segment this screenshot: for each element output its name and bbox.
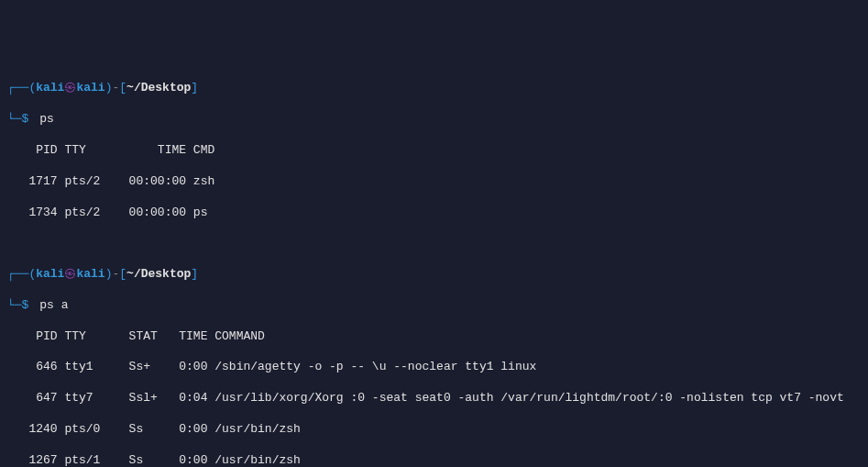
ps-header-2: PID TTY STAT TIME COMMAND (7, 329, 861, 345)
command-1: ps (39, 112, 54, 126)
ps-row: 646 tty1 Ss+ 0:00 /sbin/agetty -o -p -- … (7, 360, 861, 375)
terminal-content[interactable]: ┌──(kali㉿kali)-[~/Desktop] └─$ ps PID TT… (7, 66, 861, 467)
prompt-1-line1: ┌──(kali㉿kali)-[~/Desktop] (7, 81, 861, 96)
ps-row: 1717 pts/2 00:00:00 zsh (7, 174, 861, 190)
prompt-2-line2: └─$ ps a (7, 298, 861, 314)
ps-header-1: PID TTY TIME CMD (7, 143, 861, 159)
command-2: ps a (39, 298, 68, 312)
blank-line (7, 236, 861, 251)
ps-row: 1240 pts/0 Ss 0:00 /usr/bin/zsh (7, 422, 861, 438)
prompt-1-line2: └─$ ps (7, 112, 861, 128)
ps-row: 1267 pts/1 Ss 0:00 /usr/bin/zsh (7, 453, 861, 467)
prompt-2-line1: ┌──(kali㉿kali)-[~/Desktop] (7, 267, 861, 283)
ps-row: 1734 pts/2 00:00:00 ps (7, 206, 861, 221)
ps-row: 647 tty7 Ssl+ 0:04 /usr/lib/xorg/Xorg :0… (7, 391, 861, 406)
